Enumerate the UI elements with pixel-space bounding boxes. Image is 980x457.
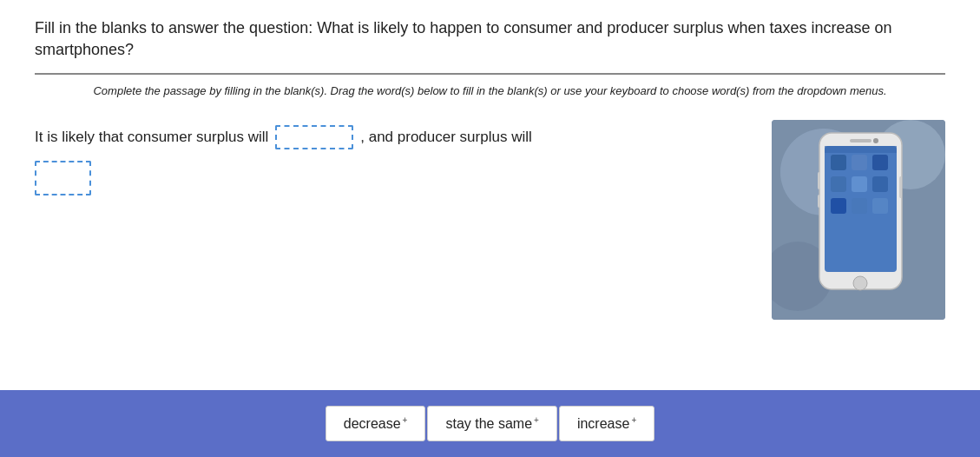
divider [35,73,945,75]
content-area: It is likely that consumer surplus will … [0,124,980,390]
svg-rect-15 [825,146,897,153]
blank-box-2[interactable] [35,161,91,195]
second-line-area [35,154,772,195]
svg-rect-13 [852,198,867,214]
svg-rect-20 [818,195,820,208]
word-chip-stay[interactable]: stay the same+ [427,406,556,441]
word-chip-decrease[interactable]: decrease+ [326,406,426,441]
svg-rect-14 [872,198,888,214]
svg-rect-6 [831,155,846,170]
word-chip-stay-label: stay the same [445,416,532,431]
word-chip-stay-super: + [534,415,539,425]
sentence-part2: , and producer surplus will [360,124,531,151]
svg-rect-10 [852,176,867,192]
svg-rect-9 [831,176,846,192]
svg-rect-8 [872,155,888,170]
svg-rect-21 [899,176,902,198]
svg-rect-17 [850,139,871,142]
question-title: Fill in the blanks to answer the questio… [35,17,945,61]
phone-image-area [772,120,945,320]
svg-rect-7 [852,155,867,170]
svg-rect-11 [872,176,888,192]
svg-rect-12 [831,198,846,214]
sentence-part1: It is likely that consumer surplus will [35,124,268,151]
word-chip-decrease-super: + [403,415,408,425]
instruction-text: Complete the passage by filling in the b… [35,83,945,99]
word-chip-increase-super: + [631,415,636,425]
svg-point-18 [873,138,878,143]
fill-sentence: It is likely that consumer surplus will … [35,124,772,151]
text-area: It is likely that consumer surplus will … [35,124,772,196]
blank-box-1[interactable] [275,125,353,149]
phone-svg [772,120,945,320]
svg-rect-19 [818,172,820,189]
bottom-bar: decrease+ stay the same+ increase+ [0,390,980,457]
word-chip-decrease-label: decrease [344,416,401,431]
word-chip-increase-label: increase [577,416,629,431]
word-chip-increase[interactable]: increase+ [559,406,654,441]
svg-point-16 [853,276,867,290]
page-container: Fill in the blanks to answer the questio… [0,0,980,457]
top-section: Fill in the blanks to answer the questio… [0,0,980,124]
